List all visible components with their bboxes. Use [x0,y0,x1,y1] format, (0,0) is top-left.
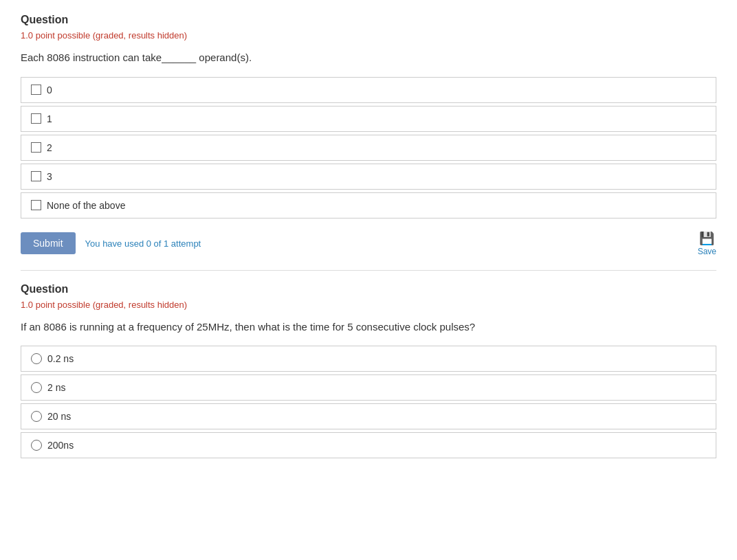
q2-radio-0[interactable] [31,353,42,364]
q2-label-1: 2 ns [47,382,65,393]
q1-checkbox-1[interactable] [31,113,41,124]
question-1-text: Each 8086 instruction can take______ ope… [21,50,716,66]
question-1: Question 1.0 point possible (graded, res… [21,14,716,256]
q1-label-2: 2 [47,142,52,153]
q2-option-1[interactable]: 2 ns [21,374,716,401]
q1-checkbox-2[interactable] [31,142,41,153]
question-2: Question 1.0 point possible (graded, res… [21,283,716,459]
question-1-title: Question [21,14,716,26]
q1-label-0: 0 [47,85,52,96]
q2-label-0: 0.2 ns [47,353,74,364]
question-2-text: If an 8086 is running at a frequency of … [21,320,716,335]
q1-checkbox-4[interactable] [31,200,41,210]
q1-label-4: None of the above [47,200,125,211]
q1-label-3: 3 [47,171,52,182]
q1-save-label: Save [698,247,716,256]
q2-radio-3[interactable] [31,440,42,451]
q1-option-0[interactable]: 0 [21,77,716,103]
q2-label-2: 20 ns [47,411,71,422]
question-2-title: Question [21,283,716,295]
q1-checkbox-3[interactable] [31,171,41,181]
q1-submit-button[interactable]: Submit [21,232,76,254]
q1-option-4[interactable]: None of the above [21,192,716,219]
q2-label-3: 200ns [47,440,74,451]
section-divider [21,270,716,271]
q1-save-button[interactable]: 💾 Save [698,231,716,256]
q1-submit-row: Submit You have used 0 of 1 attempt 💾 Sa… [21,231,716,256]
question-2-points: 1.0 point possible (graded, results hidd… [21,300,716,310]
q1-option-1[interactable]: 1 [21,106,716,132]
q1-label-1: 1 [47,113,52,124]
q2-radio-1[interactable] [31,382,42,393]
save-icon: 💾 [699,231,714,246]
q1-attempt-text: You have used 0 of 1 attempt [85,238,201,249]
q1-option-2[interactable]: 2 [21,135,716,161]
q1-option-3[interactable]: 3 [21,164,716,190]
q1-checkbox-0[interactable] [31,85,41,95]
question-1-points: 1.0 point possible (graded, results hidd… [21,30,716,41]
q2-option-2[interactable]: 20 ns [21,403,716,429]
q2-option-0[interactable]: 0.2 ns [21,346,716,372]
q2-option-3[interactable]: 200ns [21,432,716,458]
q2-radio-2[interactable] [31,411,42,422]
